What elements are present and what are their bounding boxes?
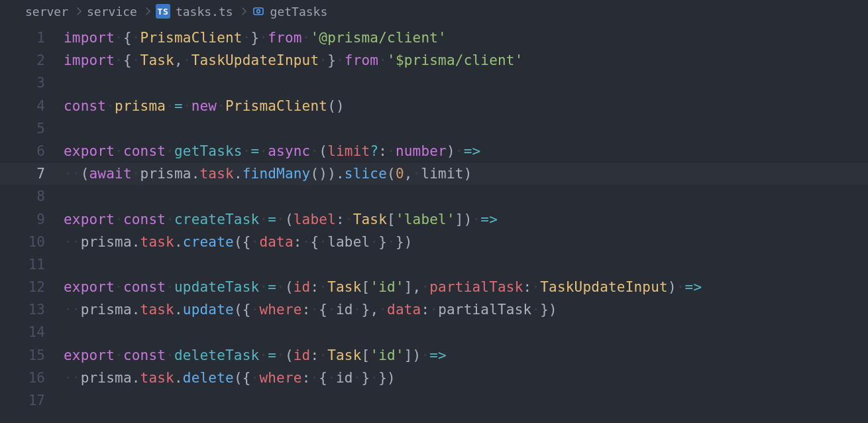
breadcrumb-seg-folder[interactable]: server bbox=[25, 5, 68, 19]
code-line[interactable]: 8 bbox=[0, 185, 868, 208]
code-editor[interactable]: 1import·{·PrismaClient·}·from·'@prisma/c… bbox=[0, 23, 868, 412]
line-number: 1 bbox=[0, 27, 64, 49]
chevron-right-icon bbox=[74, 7, 81, 15]
code-line[interactable]: 13··prisma.task.update({·where:·{·id·},·… bbox=[0, 298, 868, 321]
svg-rect-0 bbox=[254, 8, 263, 15]
svg-point-1 bbox=[256, 10, 260, 13]
code-line[interactable]: 15export·const·deleteTask·=·(id:·Task['i… bbox=[0, 344, 868, 367]
symbol-variable-icon bbox=[252, 5, 265, 17]
code-line[interactable]: 11 bbox=[0, 253, 868, 276]
breadcrumb-seg-folder[interactable]: service bbox=[87, 5, 137, 19]
code-line[interactable]: 17 bbox=[0, 389, 868, 412]
code-content[interactable]: ··prisma.task.create({·data:·{·label·}·}… bbox=[64, 231, 413, 253]
line-number: 15 bbox=[0, 344, 64, 367]
line-number: 14 bbox=[0, 321, 64, 343]
code-line[interactable]: 10··prisma.task.create({·data:·{·label·}… bbox=[0, 231, 868, 253]
code-content[interactable]: const·prisma·=·new·PrismaClient() bbox=[64, 95, 345, 117]
ts-file-icon: TS bbox=[156, 4, 170, 19]
breadcrumb-seg-symbol[interactable]: getTasks bbox=[270, 5, 328, 19]
code-line[interactable]: 3 bbox=[0, 72, 868, 94]
line-number: 8 bbox=[0, 185, 64, 208]
code-line[interactable]: 1import·{·PrismaClient·}·from·'@prisma/c… bbox=[0, 27, 868, 49]
code-content[interactable]: ··prisma.task.update({·where:·{·id·},·da… bbox=[64, 298, 557, 321]
breadcrumb[interactable]: server service TS tasks.ts getTasks bbox=[0, 0, 868, 23]
line-number: 2 bbox=[0, 49, 64, 72]
chevron-right-icon bbox=[239, 7, 246, 15]
code-line[interactable]: 7··(await·prisma.task.findMany()).slice(… bbox=[0, 162, 868, 185]
code-content[interactable]: import·{·PrismaClient·}·from·'@prisma/cl… bbox=[64, 27, 447, 49]
code-line[interactable]: 9export·const·createTask·=·(label:·Task[… bbox=[0, 208, 868, 231]
line-number: 7 bbox=[0, 162, 64, 185]
line-number: 11 bbox=[0, 253, 64, 276]
line-number: 9 bbox=[0, 208, 64, 231]
code-line[interactable]: 5 bbox=[0, 117, 868, 140]
code-content[interactable]: ··prisma.task.delete({·where:·{·id·}·}) bbox=[64, 367, 396, 389]
code-content[interactable]: ··(await·prisma.task.findMany()).slice(0… bbox=[64, 162, 472, 185]
code-line[interactable]: 2import·{·Task,·TaskUpdateInput·}·from·'… bbox=[0, 49, 868, 72]
line-number: 13 bbox=[0, 298, 64, 321]
code-content[interactable]: export·const·createTask·=·(label:·Task['… bbox=[64, 208, 498, 231]
code-line[interactable]: 6export·const·getTasks·=·async·(limit?:·… bbox=[0, 140, 868, 162]
line-number: 6 bbox=[0, 140, 64, 162]
line-number: 5 bbox=[0, 117, 64, 140]
line-number: 3 bbox=[0, 72, 64, 94]
code-content[interactable]: export·const·getTasks·=·async·(limit?:·n… bbox=[64, 140, 480, 162]
code-content[interactable]: export·const·deleteTask·=·(id:·Task['id'… bbox=[64, 344, 447, 367]
line-number: 17 bbox=[0, 389, 64, 412]
code-content[interactable]: export·const·updateTask·=·(id:·Task['id'… bbox=[64, 276, 702, 298]
line-number: 12 bbox=[0, 276, 64, 298]
code-line[interactable]: 12export·const·updateTask·=·(id:·Task['i… bbox=[0, 276, 868, 298]
line-number: 4 bbox=[0, 95, 64, 117]
code-content[interactable]: import·{·Task,·TaskUpdateInput·}·from·'$… bbox=[64, 49, 523, 72]
line-number: 10 bbox=[0, 231, 64, 253]
chevron-right-icon bbox=[142, 7, 150, 15]
breadcrumb-seg-file[interactable]: tasks.ts bbox=[176, 5, 233, 19]
line-number: 16 bbox=[0, 367, 64, 389]
code-line[interactable]: 14 bbox=[0, 321, 868, 343]
code-line[interactable]: 4const·prisma·=·new·PrismaClient() bbox=[0, 95, 868, 117]
code-line[interactable]: 16··prisma.task.delete({·where:·{·id·}·}… bbox=[0, 367, 868, 389]
